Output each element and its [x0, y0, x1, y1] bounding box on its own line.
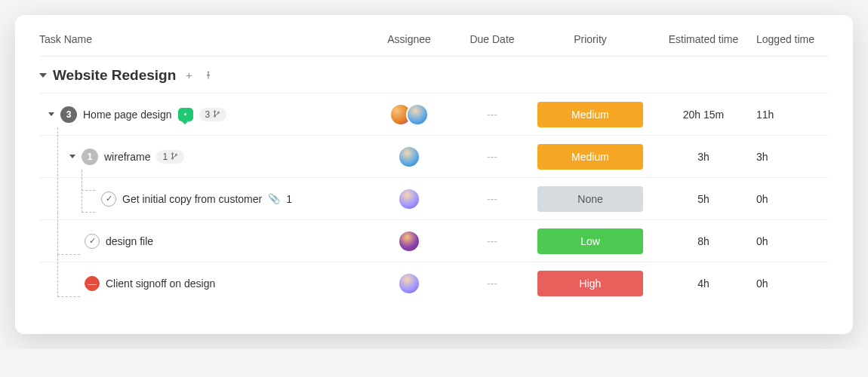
- svg-point-2: [218, 112, 220, 113]
- due-date-cell[interactable]: ---: [454, 109, 530, 121]
- priority-cell[interactable]: Low: [530, 228, 651, 254]
- due-date-cell[interactable]: ---: [454, 235, 530, 247]
- column-header-assignee: Assignee: [364, 33, 454, 45]
- task-name: Home page design: [83, 109, 172, 121]
- due-date-cell[interactable]: ---: [454, 151, 530, 163]
- assignee-cell[interactable]: [364, 272, 454, 295]
- estimated-cell[interactable]: 20h 15m: [651, 109, 756, 121]
- column-header-estimated: Estimated time: [651, 33, 756, 45]
- svg-point-5: [176, 154, 177, 155]
- svg-point-1: [214, 115, 216, 117]
- avatar: [398, 146, 420, 168]
- estimated-cell[interactable]: 3h: [651, 151, 756, 163]
- caret-down-icon[interactable]: [48, 112, 54, 116]
- group-title: Website Redesign: [53, 67, 176, 84]
- logged-cell[interactable]: 3h: [756, 151, 832, 163]
- task-name-cell: 1 wireframe 1: [39, 149, 364, 165]
- task-name: Client signoff on design: [106, 277, 215, 290]
- task-name: wireframe: [104, 151, 150, 163]
- task-name-cell: ✓ Get initial copy from customer 📎 1: [39, 192, 364, 207]
- column-header-name: Task Name: [39, 33, 364, 45]
- caret-down-icon[interactable]: [69, 155, 75, 158]
- column-header-logged: Logged time: [756, 33, 832, 45]
- status-open-icon[interactable]: ✓: [85, 234, 100, 249]
- logged-cell[interactable]: 0h: [756, 235, 832, 247]
- assignee-cell[interactable]: [364, 103, 454, 126]
- svg-point-0: [214, 110, 216, 112]
- subtask-count-badge: 1: [82, 149, 98, 165]
- due-date-cell[interactable]: ---: [454, 277, 530, 290]
- avatar: [398, 188, 420, 210]
- task-name-cell: 3 Home page design 3: [39, 106, 364, 123]
- task-row[interactable]: — Client signoff on design --- High 4h 0…: [39, 262, 829, 304]
- avatar: [398, 230, 420, 253]
- priority-cell[interactable]: Medium: [530, 102, 651, 127]
- estimated-cell[interactable]: 8h: [651, 235, 756, 247]
- assignee-cell[interactable]: [364, 230, 454, 253]
- assignee-cell[interactable]: [364, 188, 454, 210]
- task-name: design file: [106, 235, 153, 247]
- comment-icon[interactable]: [178, 108, 193, 121]
- logged-cell[interactable]: 0h: [756, 193, 832, 205]
- priority-cell[interactable]: High: [530, 271, 651, 296]
- caret-down-icon[interactable]: [39, 73, 47, 78]
- logged-cell[interactable]: 11h: [756, 109, 832, 121]
- attachment-count: 1: [286, 193, 292, 205]
- column-header-due: Due Date: [454, 33, 530, 45]
- due-date-cell[interactable]: ---: [454, 193, 530, 205]
- avatar: [398, 272, 420, 295]
- add-task-icon[interactable]: +: [182, 69, 195, 82]
- pin-icon[interactable]: [202, 69, 215, 82]
- column-header-priority: Priority: [530, 33, 651, 45]
- status-open-icon[interactable]: ✓: [101, 192, 116, 207]
- subtask-count-badge: 3: [60, 106, 77, 123]
- status-blocked-icon[interactable]: —: [85, 276, 100, 291]
- task-list-card: Task Name Assignee Due Date Priority Est…: [15, 15, 853, 334]
- logged-cell[interactable]: 0h: [756, 277, 832, 290]
- task-row[interactable]: ✓ design file --- Low 8h 0h: [39, 219, 829, 262]
- branch-icon: [213, 109, 220, 120]
- assignee-cell[interactable]: [364, 146, 454, 168]
- task-row[interactable]: ✓ Get initial copy from customer 📎 1 ---…: [39, 177, 829, 219]
- subtask-pill-count: 3: [205, 109, 211, 120]
- branch-icon: [171, 152, 178, 162]
- subtask-pill[interactable]: 3: [199, 108, 227, 121]
- group-header[interactable]: Website Redesign +: [39, 57, 829, 93]
- subtask-pill[interactable]: 1: [156, 150, 184, 164]
- svg-point-3: [172, 152, 174, 154]
- priority-cell[interactable]: None: [530, 186, 651, 212]
- task-name-cell: — Client signoff on design: [39, 276, 364, 291]
- column-header-row: Task Name Assignee Due Date Priority Est…: [39, 33, 829, 57]
- task-name-cell: ✓ design file: [39, 234, 364, 249]
- task-row[interactable]: 1 wireframe 1 --- Medium 3h 3h: [39, 135, 829, 177]
- svg-point-4: [172, 158, 174, 159]
- attachment-icon[interactable]: 📎: [268, 193, 280, 204]
- priority-cell[interactable]: Medium: [530, 144, 651, 170]
- estimated-cell[interactable]: 5h: [651, 193, 756, 205]
- subtask-pill-count: 1: [162, 152, 168, 162]
- task-row[interactable]: 3 Home page design 3 --- Medium 20h 15m …: [39, 93, 829, 135]
- task-name: Get initial copy from customer: [122, 193, 262, 205]
- avatar: [406, 103, 429, 126]
- estimated-cell[interactable]: 4h: [651, 277, 756, 290]
